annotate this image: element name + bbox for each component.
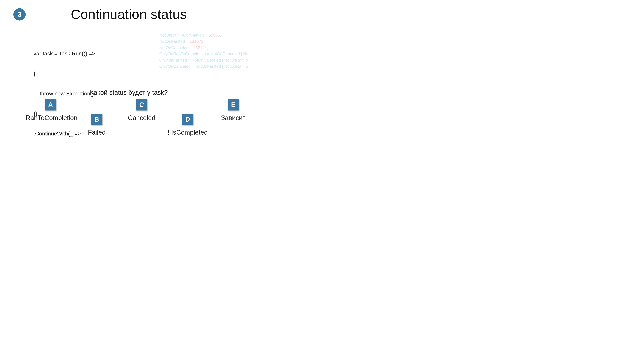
- enum-text: NotOnCanceled =: [159, 45, 193, 50]
- enum-line: NotOnCanceled = 262144,: [159, 45, 248, 51]
- slide-title: Continuation status: [0, 6, 258, 22]
- option-c-badge: C: [136, 99, 147, 111]
- option-c-label: Canceled: [124, 114, 160, 122]
- code-line: {: [34, 70, 165, 77]
- enum-reference: NotOnRanToCompletion = 65536, NotOnFault…: [159, 32, 248, 70]
- option-e-badge: E: [228, 99, 239, 111]
- option-b-label: Failed: [81, 129, 112, 136]
- enum-line: OnlyOnFaulted = NotOnCanceled | NotOnRan…: [159, 57, 248, 63]
- enum-line: NotOnFaulted = 131072,: [159, 38, 248, 44]
- option-e: E Зависит: [216, 99, 250, 122]
- option-d-badge: D: [182, 114, 193, 125]
- option-e-label: Зависит: [216, 114, 250, 122]
- option-b-badge: B: [91, 114, 102, 125]
- question-text: Какой status будет у task?: [0, 89, 258, 96]
- enum-text: NotOnFaulted =: [159, 39, 190, 44]
- option-d-label: ! IsCompleted: [163, 129, 212, 136]
- enum-value: 131072: [190, 39, 203, 44]
- option-a-badge: A: [45, 99, 56, 111]
- enum-text: ,: [207, 45, 208, 50]
- enum-value: 262144: [193, 45, 207, 50]
- option-a-label: RanToCompletion: [26, 114, 75, 122]
- option-d: D ! IsCompleted: [163, 114, 212, 136]
- enum-line: OnlyOnCanceled = NotOnFaulted | NotOnRan…: [159, 63, 248, 69]
- answer-options: A RanToCompletion B Failed C Canceled D …: [0, 99, 258, 140]
- enum-text: ,: [220, 33, 221, 37]
- enum-text: ,: [203, 39, 204, 44]
- enum-value: 65536: [208, 33, 220, 37]
- option-a: A RanToCompletion: [26, 99, 75, 122]
- option-b: B Failed: [81, 114, 112, 136]
- enum-text: NotOnRanToCompletion =: [159, 33, 208, 37]
- option-c: C Canceled: [124, 99, 160, 122]
- code-line: var task = Task.Run(() =>: [34, 50, 165, 57]
- enum-line: NotOnRanToCompletion = 65536,: [159, 32, 248, 38]
- enum-line: OnlyOnRanToCompletion = NotOnCanceled | …: [159, 51, 248, 57]
